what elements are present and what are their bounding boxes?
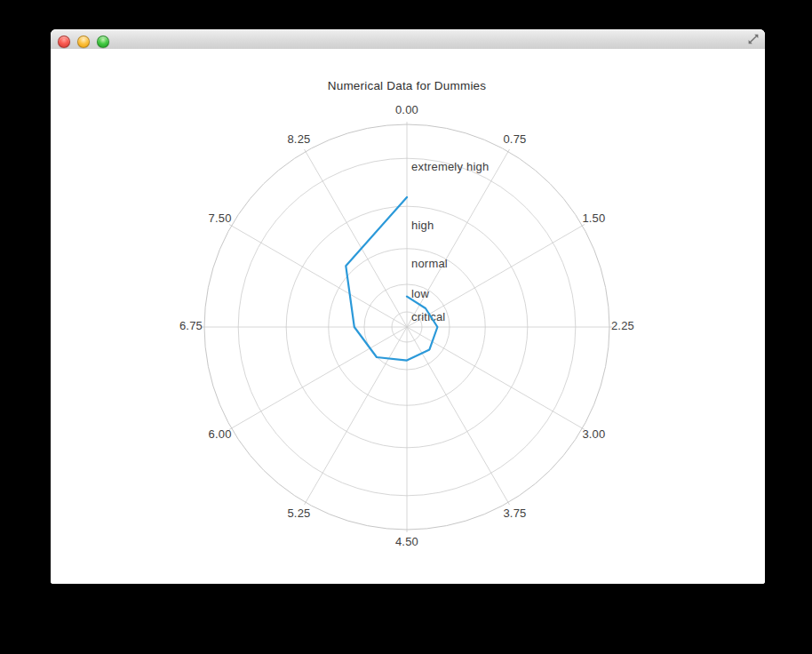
theta-tick-label: 6.75 (179, 319, 203, 332)
close-button[interactable] (58, 36, 70, 48)
r-tick-label: low (411, 287, 430, 300)
polar-grid (202, 122, 612, 532)
theta-tick-label: 0.75 (503, 132, 526, 146)
r-tick-label: normal (411, 257, 448, 270)
theta-tick-label: 1.50 (582, 211, 605, 225)
theta-gridline (407, 327, 585, 430)
polar-chart: 0.000.751.502.253.003.754.505.256.006.75… (51, 49, 765, 584)
window-controls (58, 36, 109, 48)
figure-canvas: 0.000.751.502.253.003.754.505.256.006.75… (51, 49, 765, 584)
r-tick-label: extremely high (411, 160, 489, 173)
theta-tick-label: 2.25 (611, 319, 634, 332)
theta-tick-label: 6.00 (209, 427, 232, 441)
desktop-background: { "window": { "controls": [ {"name": "cl… (0, 0, 812, 654)
theta-gridline (305, 149, 408, 327)
arrow-shaft (750, 36, 756, 42)
theta-gridline (229, 327, 407, 430)
window-titlebar[interactable] (51, 29, 765, 50)
theta-tick-label: 5.25 (287, 506, 310, 520)
fullscreen-resize-icon[interactable] (747, 33, 760, 45)
theta-tick-label: 4.50 (395, 535, 418, 548)
theta-tick-label: 8.25 (287, 132, 310, 146)
theta-tick-label: 0.00 (395, 103, 418, 116)
theta-gridline (229, 225, 407, 328)
theta-tick-label: 3.00 (582, 427, 605, 441)
zoom-button[interactable] (97, 36, 109, 48)
chart-title: Numerical Data for Dummies (328, 79, 487, 92)
r-tick-label: high (411, 219, 434, 232)
minimize-button[interactable] (77, 36, 90, 48)
app-window: 0.000.751.502.253.003.754.505.256.006.75… (51, 29, 765, 584)
theta-tick-label: 3.75 (503, 506, 526, 520)
theta-gridline (305, 327, 408, 505)
theta-tick-label: 7.50 (209, 211, 232, 225)
